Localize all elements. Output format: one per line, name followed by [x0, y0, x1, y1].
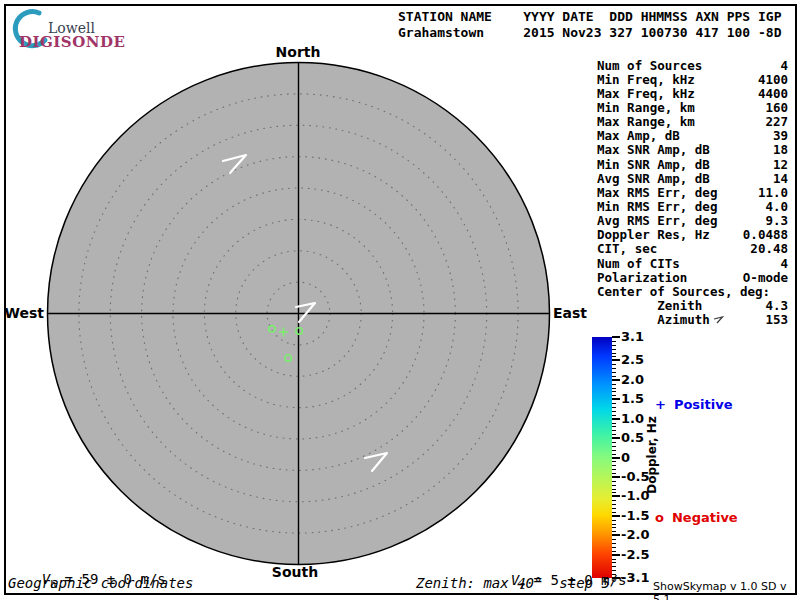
stats-value: 160: [765, 100, 788, 115]
stats-value: 4.0: [765, 199, 788, 214]
stats-label: Avg RMS Err, deg: [597, 213, 717, 228]
version-label: ShowSkymap v 1.0 SD v 5.1: [653, 580, 800, 600]
lowell-digisonde-logo: Lowell DIGISONDE: [10, 7, 130, 49]
stats-label: Doppler Res, Hz: [597, 227, 710, 242]
stats-value: 4.3: [765, 298, 788, 313]
stats-label: Max Freq, kHz: [597, 86, 695, 101]
stats-row: Center of Sources, deg:: [597, 284, 788, 298]
doppler-colorbar: [592, 337, 612, 578]
stats-label: Min Freq, kHz: [597, 72, 695, 87]
stats-row: Num of CITs4: [597, 256, 788, 270]
stats-label: Min RMS Err, deg: [597, 199, 717, 214]
stats-row: Doppler Res, Hz0.0488: [597, 228, 788, 242]
stats-label: Max SNR Amp, dB: [597, 142, 710, 157]
stats-value: 20.48: [750, 241, 788, 256]
colorbar-major-tick: [612, 534, 620, 536]
colorbar-major-tick: [612, 379, 620, 381]
stats-row: Max Freq, kHz4400: [597, 86, 788, 100]
stats-value: 18: [773, 142, 788, 157]
stats-row: Min Freq, kHz4100: [597, 72, 788, 86]
stats-value: 4400: [758, 86, 788, 101]
stats-label: Num of CITs: [597, 256, 680, 271]
stats-value: 11.0: [758, 185, 788, 200]
stats-row: Max Range, km227: [597, 115, 788, 129]
colorbar-tick-label: -1.5: [621, 508, 657, 523]
stats-row: Max RMS Err, deg11.0: [597, 185, 788, 199]
colorbar-major-tick: [612, 515, 620, 517]
header-station-values: Grahamstown 2015 Nov23 327 100730 417 10…: [398, 25, 782, 40]
stats-row: Azimuth153: [597, 313, 788, 327]
stats-row: Zenith4.3: [597, 298, 788, 312]
colorbar-axis-title: Doppler, Hz: [645, 403, 659, 507]
stats-row: Num of Sources4: [597, 58, 788, 72]
colorbar-tick-label: 2.5: [621, 352, 657, 367]
stats-row: Min SNR Amp, dB12: [597, 157, 788, 171]
stats-label: Min Range, km: [597, 100, 695, 115]
colorbar-major-tick: [612, 476, 620, 478]
stats-value: 0.0488: [743, 227, 788, 242]
stats-row: Avg SNR Amp, dB14: [597, 171, 788, 185]
stats-value: 153: [765, 312, 788, 327]
stats-label: Zenith: [597, 298, 702, 313]
stats-label: Max Range, km: [597, 114, 695, 129]
stats-label: Polarization: [597, 270, 687, 285]
legend-positive-label: Positive: [674, 397, 733, 412]
stats-label: Num of Sources: [597, 58, 702, 73]
stats-value: 227: [765, 114, 788, 129]
stats-label: Center of Sources, deg:: [597, 284, 770, 299]
stats-value: 4100: [758, 72, 788, 87]
legend-negative: oNegative: [655, 510, 738, 525]
stats-value: 14: [773, 171, 788, 186]
colorbar-tick-label: 3.1: [621, 329, 657, 344]
stats-row: PolarizationO-mode: [597, 270, 788, 284]
azimuth-direction-arrow-icon: [713, 315, 724, 324]
header-column-labels: STATION NAME YYYY DATE DDD HHMMSS AXN PP…: [398, 9, 782, 24]
stats-label: Avg SNR Amp, dB: [597, 171, 710, 186]
stats-label: Min SNR Amp, dB: [597, 157, 710, 172]
stats-label: Max RMS Err, deg: [597, 185, 717, 200]
stats-row: Max Amp, dB39: [597, 129, 788, 143]
stats-row: Avg RMS Err, deg9.3: [597, 214, 788, 228]
stats-value: 4: [780, 256, 788, 271]
plus-marker-icon: +: [655, 397, 666, 412]
colorbar-major-tick: [612, 336, 620, 338]
legend-positive: +Positive: [655, 397, 733, 412]
stats-value: 4: [780, 58, 788, 73]
stats-label: Max Amp, dB: [597, 128, 680, 143]
stats-row: Min Range, km160: [597, 100, 788, 114]
colorbar-tick-label: -2.5: [621, 547, 657, 562]
colorbar-tick-label: -2.0: [621, 527, 657, 542]
colorbar-tick-label: -3.1: [621, 570, 657, 585]
zenith-scale-note: Zenith: max 40° step 5°: [416, 575, 618, 591]
compass-label-east: East: [553, 305, 587, 321]
colorbar-major-tick: [612, 495, 620, 497]
colorbar-major-tick: [612, 457, 620, 459]
colorbar-major-tick: [612, 359, 620, 361]
colorbar-major-tick: [612, 437, 620, 439]
stats-value: 12: [773, 157, 788, 172]
legend-negative-label: Negative: [672, 510, 738, 525]
compass-label-north: North: [258, 44, 338, 60]
compass-label-south: South: [255, 564, 335, 580]
colorbar-major-tick: [612, 418, 620, 420]
stats-value: 9.3: [765, 213, 788, 228]
circle-marker-icon: o: [655, 510, 664, 525]
stats-label: CIT, sec: [597, 241, 657, 256]
colorbar-tick-label: 2.0: [621, 372, 657, 387]
stats-panel: Num of Sources4Min Freq, kHz4100Max Freq…: [597, 58, 788, 327]
compass-label-west: West: [0, 305, 44, 321]
stats-label: Azimuth: [597, 312, 724, 327]
stats-row: Min RMS Err, deg4.0: [597, 199, 788, 213]
stats-row: CIT, sec20.48: [597, 242, 788, 256]
coordinates-note: Geographic coordinates: [8, 575, 193, 591]
colorbar-major-tick: [612, 398, 620, 400]
stats-value: O-mode: [743, 270, 788, 285]
stats-row: Max SNR Amp, dB18: [597, 143, 788, 157]
stats-value: 39: [773, 128, 788, 143]
logo-product-name: DIGISONDE: [19, 33, 125, 51]
showskymap-window: Lowell DIGISONDE STATION NAME YYYY DATE …: [0, 0, 800, 600]
